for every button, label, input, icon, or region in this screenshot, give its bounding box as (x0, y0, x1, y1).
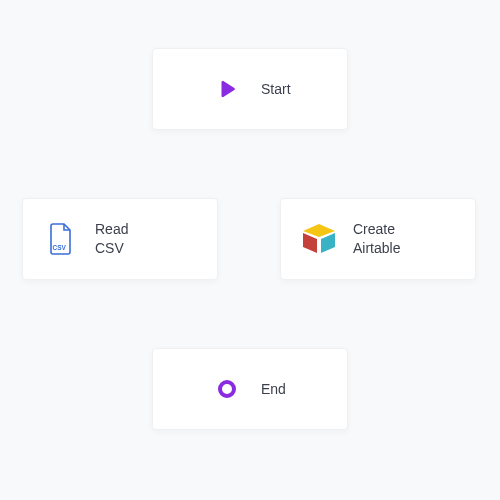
node-label: End (261, 380, 286, 399)
end-circle-icon (207, 369, 247, 409)
node-read-csv[interactable]: CSV Read CSV (22, 198, 218, 280)
airtable-icon (299, 219, 339, 259)
node-create-airtable[interactable]: Create Airtable (280, 198, 476, 280)
node-end[interactable]: End (152, 348, 348, 430)
node-start[interactable]: Start (152, 48, 348, 130)
node-label: Create Airtable (353, 220, 400, 258)
csv-file-icon: CSV (41, 219, 81, 259)
svg-marker-3 (321, 233, 335, 253)
svg-text:CSV: CSV (53, 244, 67, 251)
node-label: Read CSV (95, 220, 128, 258)
svg-point-4 (220, 382, 234, 396)
play-icon (207, 69, 247, 109)
node-label: Start (261, 80, 291, 99)
svg-marker-1 (303, 224, 335, 237)
svg-marker-2 (303, 233, 317, 253)
